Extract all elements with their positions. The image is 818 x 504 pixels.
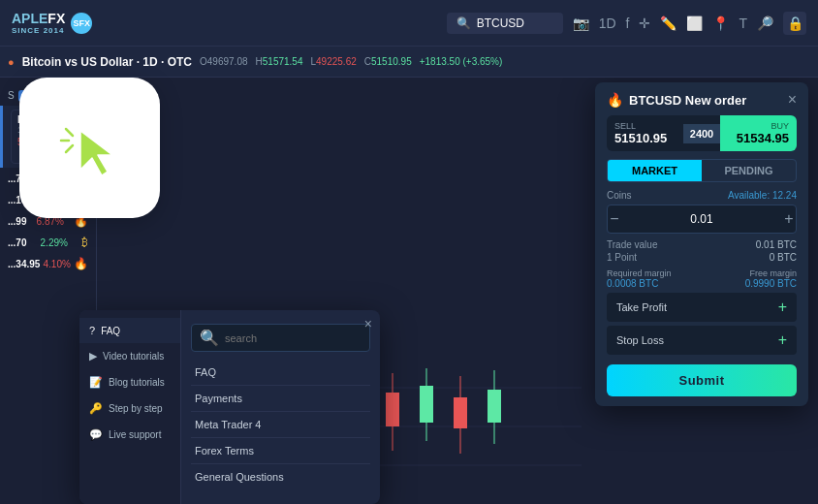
price-high: H51571.54 [256, 56, 303, 67]
coins-label: Coins [607, 190, 632, 201]
search-icon: 🔍 [456, 16, 471, 30]
required-margin-block: Required margin 0.0008 BTC [607, 268, 672, 289]
svg-line-29 [66, 145, 73, 152]
available-label: Available: 12.24 [728, 190, 797, 201]
help-item-faq-label: FAQ [101, 326, 120, 336]
help-item-blog-label: Blog tutorials [109, 377, 165, 388]
svg-rect-24 [454, 397, 467, 428]
required-margin-val: 0.0008 BTC [607, 278, 672, 289]
logo-badge: SFX [71, 13, 92, 34]
price-change: +1813.50 (+3.65%) [420, 56, 503, 67]
help-panel: ? FAQ ▶ Video tutorials 📝 Blog tutorials… [79, 310, 380, 504]
help-item-video[interactable]: ▶ Video tutorials [79, 343, 180, 369]
buy-label: BUY [728, 121, 789, 131]
logo-text: APLEFX SINCE 2014 [12, 11, 65, 35]
help-item-video-label: Video tutorials [103, 351, 164, 362]
order-panel: 🔥 BTCUSD New order × SELL 51510.95 2400 … [595, 82, 808, 406]
fire-icon: 🔥 [607, 92, 623, 108]
order-panel-close-button[interactable]: × [788, 92, 797, 108]
zoom-icon[interactable]: 🔎 [757, 16, 773, 31]
take-profit-plus-icon[interactable]: + [778, 299, 787, 316]
top-bar: APLEFX SINCE 2014 SFX 🔍 📷 1D f ✛ ✏️ ⬜ 📍 … [0, 0, 818, 47]
font-icon[interactable]: f [626, 16, 630, 31]
order-form: Coins Available: 12.24 − + Trade value 0… [595, 190, 808, 406]
order-panel-header: 🔥 BTCUSD New order × [595, 82, 808, 115]
take-profit-row[interactable]: Take Profit + [607, 293, 797, 322]
pencil-icon[interactable]: ✏️ [660, 16, 676, 31]
trade-value-val: 0.01 BTC [756, 239, 797, 250]
help-sidebar: ? FAQ ▶ Video tutorials 📝 Blog tutorials… [79, 310, 181, 504]
required-margin-label: Required margin [607, 268, 672, 278]
one-point-val: 0 BTC [770, 252, 797, 263]
tab-market[interactable]: MARKET [608, 160, 702, 181]
coins-plus-button[interactable]: + [782, 205, 796, 233]
search-bar[interactable]: 🔍 [447, 13, 563, 34]
one-point-label: 1 Point [607, 252, 637, 263]
order-panel-title: BTCUSD New order [629, 93, 782, 108]
coins-input[interactable] [621, 207, 782, 231]
submit-button[interactable]: Submit [607, 364, 797, 396]
coins-row-header: Coins Available: 12.24 [607, 190, 797, 201]
help-search-bar[interactable]: 🔍 [191, 324, 370, 352]
tab-pending[interactable]: PENDING [702, 160, 796, 181]
help-close-button[interactable]: × [364, 316, 372, 331]
shape-icon[interactable]: ⬜ [686, 16, 703, 31]
live-icon: 💬 [89, 428, 103, 441]
qty-badge: 2400 [683, 124, 720, 143]
sell-side: SELL 51510.95 [607, 115, 683, 151]
market-pending-tabs: MARKET PENDING [607, 159, 797, 182]
chart-pair-name: Bitcoin vs US Dollar · 1D · OTC [22, 55, 192, 69]
trade-value-label: Trade value [607, 239, 657, 250]
sell-price: 51510.95 [614, 131, 676, 145]
sidebar-label: S [8, 90, 15, 101]
buy-side[interactable]: BUY 51534.95 [720, 115, 797, 151]
margin-row: Required margin 0.0008 BTC Free margin 0… [607, 268, 797, 289]
stop-loss-row[interactable]: Stop Loss + [607, 326, 797, 355]
cursor-icon [51, 110, 129, 187]
trade-value-row: Trade value 0.01 BTC [607, 239, 797, 250]
free-margin-val: 0.9990 BTC [745, 278, 797, 289]
help-list-item-general[interactable]: General Questions [191, 464, 370, 489]
price-strip: O49697.08 H51571.54 L49225.62 C51510.95 … [200, 56, 502, 67]
cursor-overlay [19, 78, 160, 218]
text-tool-icon[interactable]: T [739, 16, 747, 31]
svg-rect-26 [488, 390, 501, 423]
lock-icon[interactable]: 🔒 [783, 12, 806, 35]
watchlist-item-6[interactable]: ...34.95 4.10% 🔥 [0, 253, 96, 274]
help-item-step[interactable]: 🔑 Step by step [79, 395, 180, 422]
video-icon: ▶ [89, 350, 97, 362]
logo-area: APLEFX SINCE 2014 SFX [12, 11, 92, 35]
help-item-blog[interactable]: 📝 Blog tutorials [79, 369, 180, 395]
price-open: O49697.08 [200, 56, 248, 67]
crosshair-icon[interactable]: ✛ [639, 16, 650, 31]
sell-label: SELL [614, 121, 676, 131]
price-close: C51510.95 [364, 56, 412, 67]
help-list-item-faq[interactable]: FAQ [191, 360, 370, 386]
watchlist-item-5[interactable]: ...70 2.29% ₿ [0, 232, 96, 253]
free-margin-label: Free margin [745, 268, 797, 278]
help-item-live[interactable]: 💬 Live support [79, 422, 180, 448]
buy-price: 51534.95 [728, 131, 789, 145]
help-item-step-label: Step by step [109, 403, 163, 414]
tp-sl-section: Take Profit + Stop Loss + [607, 293, 797, 355]
help-list-item-forex[interactable]: Forex Terms [191, 438, 370, 464]
stop-loss-label: Stop Loss [616, 334, 664, 346]
stop-loss-plus-icon[interactable]: + [778, 331, 787, 349]
pin-icon[interactable]: 📍 [712, 16, 729, 31]
blog-icon: 📝 [89, 376, 103, 389]
one-point-row: 1 Point 0 BTC [607, 252, 797, 263]
svg-rect-22 [420, 386, 433, 423]
coins-minus-button[interactable]: − [608, 205, 621, 233]
timeframe-label[interactable]: 1D [599, 16, 616, 31]
faq-icon: ? [89, 325, 95, 336]
sell-buy-row: SELL 51510.95 2400 BUY 51534.95 [607, 115, 797, 151]
search-input[interactable] [477, 16, 554, 30]
help-list-item-metatrader[interactable]: Meta Trader 4 [191, 412, 370, 438]
camera-icon[interactable]: 📷 [573, 16, 589, 31]
svg-line-27 [66, 129, 73, 136]
help-item-faq[interactable]: ? FAQ [79, 318, 180, 343]
help-content: × 🔍 FAQ Payments Meta Trader 4 Forex Ter… [181, 310, 380, 499]
help-search-input[interactable] [225, 332, 362, 344]
free-margin-block: Free margin 0.9990 BTC [745, 268, 797, 289]
help-list-item-payments[interactable]: Payments [191, 386, 370, 412]
